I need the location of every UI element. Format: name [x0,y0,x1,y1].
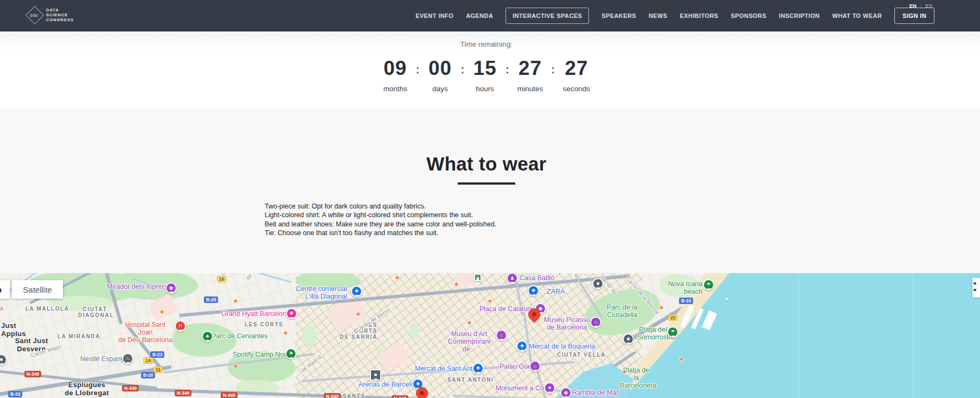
road-shield-n-340: N-340 [24,371,41,377]
nav-agenda[interactable]: AGENDA [466,12,493,19]
nav-what-to-wear[interactable]: WHAT TO WEAR [832,12,882,19]
hotel-icon-grand-hyatt[interactable]: ✽ [286,308,297,319]
poi-nestle-espanya[interactable]: Nestlé Espanya [80,355,128,363]
nav-exhibitors[interactable]: EXHIBITORS [680,12,719,19]
poi-casa-batllo[interactable]: Casa Batlló [520,274,554,282]
countdown-minutes: 27 minutes [517,58,543,93]
poi-mercat-de-sant-antoni[interactable]: Mercat de Sant Antoni [415,365,482,372]
area-sants: SANTS [343,393,366,398]
countdown-days-label: days [432,85,448,93]
person-icon-casa-batllo[interactable]: ♟ [507,273,518,284]
countdown-months: 09 months [383,58,408,93]
countdown-days: 00 days [428,58,453,93]
poi-spotify-camp-nou[interactable]: Spotify Camp Nou [233,351,287,358]
countdown-months-value: 09 [383,58,407,80]
map-type-map-button[interactable]: Map [0,280,10,299]
countdown-minutes-label: minutes [517,85,543,93]
cart-icon-sant-antoni[interactable]: ✚ [472,363,484,374]
road-shield-n-340: N-340 [221,392,238,398]
poi-rambla-de-mar[interactable]: Rambla de Mar [572,389,618,396]
factory-icon-nestle[interactable]: ⌂ [122,353,133,364]
monument-icon-colom[interactable]: ★ [544,382,555,394]
tree-icon-cervantes[interactable]: ♣ [202,331,213,342]
museum-icon-palau-guell[interactable]: ⌂ [529,361,541,372]
dress-code-line: Light-colored shirt: A white or light-co… [265,211,496,219]
stadium-icon-camp-nou[interactable]: ⚑ [285,348,297,359]
countdown-colon: : [416,64,420,76]
shopping-bag-icon-lilla[interactable]: ❖ [351,286,362,297]
poi-mercat-de-la-boqueria[interactable]: Mercat de la Boqueria [529,343,595,350]
poi-cutoff-left[interactable]: x [0,305,3,312]
sign-in-button[interactable]: SIGN IN [894,8,934,24]
countdown-colon: : [551,64,555,76]
page: DSC DATA SCIENCE CONGRESS EN | ES EVENT … [0,0,980,398]
countdown-title: Time remaining: [460,40,513,48]
countdown-hours-value: 15 [473,58,497,80]
nav-speakers[interactable]: SPEAKERS [601,12,636,19]
museum-icon-picasso[interactable]: ⌂ [590,317,601,328]
beach-icon-nova-icaria[interactable]: ☂ [703,279,714,290]
city-esplugues-de-llobregat[interactable]: Espluguesde Llobregat [64,381,110,397]
poi-platja-del-somorrostro[interactable]: Platja delSomorrostro [637,326,669,341]
navbar: DSC DATA SCIENCE CONGRESS EN | ES EVENT … [0,0,980,31]
poi-parc-de-la-ciutadella[interactable]: Parc de laCiutadella [606,304,638,319]
area-ciutat-vella: CIUTAT VELLA [557,352,606,358]
logo-text: DATA SCIENCE CONGRESS [46,8,74,23]
countdown-colon: : [505,64,509,76]
camera-icon-rambla-de-mar[interactable]: ◉ [560,387,572,398]
area-ciutat-diagonal: CIUTATDIAGONAL [78,306,112,318]
city-just-applus[interactable]: JustApplus [1,322,26,338]
poi-grand-hyatt-barcelona[interactable]: Grand Hyatt Barcelona [221,310,290,318]
cart-icon-boqueria[interactable]: ✚ [516,340,528,352]
section-heading: What to wear [426,153,546,175]
area-la-miranda: LA MIRANDA [57,333,100,339]
map-tile-seam [913,273,913,398]
map-park [303,325,317,346]
road-shield-b-23: B-23 [8,391,22,397]
museum-icon-macba[interactable]: ⌂ [496,330,507,341]
map-control-partial[interactable] [972,278,980,298]
countdown-section: Time remaining: 09 months : 00 days : 15… [0,31,980,109]
map-tile-seam [798,273,799,398]
poi-parc-de-cervantes[interactable]: Parc de Cervantes [212,332,268,340]
train-station-icon[interactable]: ■ [623,333,634,345]
what-to-wear-section: What to wear Two-piece suit: Opt for dar… [0,109,980,273]
countdown-hours: 15 hours [472,58,497,93]
road-shield-n-340: N-340 [392,395,408,398]
road-shield-n-340: N-340 [122,385,139,391]
shopping-bag-icon-zara[interactable]: ❖ [528,285,539,296]
nav-news[interactable]: NEWS [649,12,668,19]
poi-museu-picasso[interactable]: Museu Picassode Barcelona [544,316,590,331]
train-station-icon[interactable]: ■ [592,278,604,289]
road-shield-1a: 1A [143,357,153,364]
poi-hospital-sant-joan[interactable]: Hospital Sant Joande Déu Barcelona [117,321,174,344]
logo[interactable]: DSC DATA SCIENCE CONGRESS [28,8,74,23]
countdown-seconds-value: 27 [565,58,588,80]
nav-event-info[interactable]: EVENT INFO [415,12,453,19]
heading-divider [458,182,515,185]
countdown-days-value: 00 [428,58,452,80]
camera-icon-mirador[interactable]: ◉ [165,282,177,294]
dress-code-line: Tie: Choose one that isn't too flashy an… [265,229,496,237]
road-shield-b-20: B-20 [204,296,218,303]
nav-sponsors[interactable]: SPONSORS [731,12,767,19]
nav-interactive-spaces[interactable]: INTERACTIVE SPACES [505,8,589,24]
road-shield-n-340: N-340 [324,393,341,398]
area-les-corts: LES CORTS [245,321,284,327]
poi-macba[interactable]: Museu d'ArtContemporani de... [444,330,494,353]
area-la-mallola: LA MALLOLA [25,306,69,312]
poi-centre-comercial-lilla[interactable]: Centre comercialL'illa Diagonal [293,285,347,300]
transit-badge-icon[interactable]: ▲ [474,274,482,281]
beach-icon-somorrostro[interactable]: ☂ [667,326,678,338]
poi-mirador-dels-xiprers[interactable]: Mirador dels Xiprers [107,283,168,290]
nav-inscription[interactable]: INSCRIPTION [779,12,819,19]
poi-zara[interactable]: ZARA [547,288,565,295]
poi-nova-icaria-beach[interactable]: Nova Icariabeach [668,280,702,295]
road-shield-11: 11 [153,367,163,373]
google-map[interactable]: Mirador dels XiprersCentre comercialL'il… [0,273,980,398]
train-station-icon[interactable]: ■ [370,369,381,381]
map-type-satellite-button[interactable]: Satellite [12,280,63,299]
countdown-timer: 09 months : 00 days : 15 hours : 27 minu… [383,58,590,93]
area-sant-antoni: SANT ANTONI [447,377,494,383]
hospital-icon-sant-joan[interactable]: H [175,320,186,332]
